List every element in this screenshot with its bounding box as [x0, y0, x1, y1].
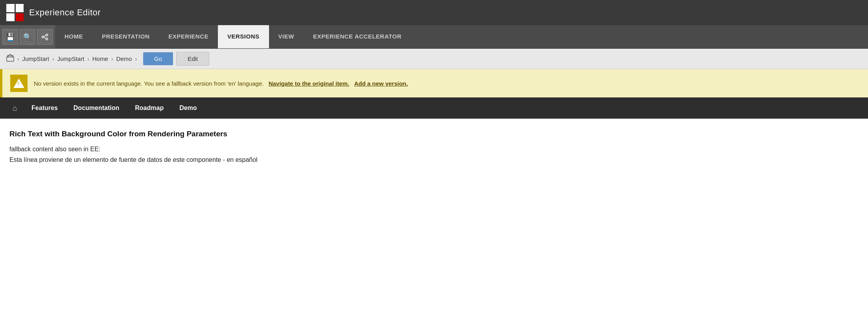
- breadcrumb-jumpstart-2: JumpStart: [57, 55, 84, 62]
- svg-rect-5: [7, 57, 14, 61]
- tab-home[interactable]: HOME: [55, 25, 92, 48]
- warning-icon-wrap: [10, 75, 28, 92]
- logo-cell-4: [16, 13, 24, 22]
- breadcrumb-home: Home: [92, 55, 108, 62]
- svg-point-0: [46, 34, 48, 36]
- site-nav: ⌂ Features Documentation Roadmap Demo: [0, 97, 868, 119]
- tab-experience-accelerator[interactable]: EXPERIENCE ACCELERATOR: [304, 25, 411, 48]
- content-area: Rich Text with Background Color from Ren…: [0, 119, 868, 176]
- add-new-version-link[interactable]: Add a new version.: [354, 80, 408, 87]
- breadcrumb-jumpstart-1: JumpStart: [22, 55, 49, 62]
- warning-text-main: No version exists in the current languag…: [34, 80, 264, 87]
- edit-button[interactable]: Edit: [176, 52, 209, 66]
- warning-message: No version exists in the current languag…: [34, 80, 408, 87]
- breadcrumb-sep-3: ›: [87, 56, 89, 62]
- share-button[interactable]: [37, 29, 53, 45]
- site-nav-roadmap[interactable]: Roadmap: [127, 97, 171, 119]
- save-button[interactable]: 💾: [2, 29, 18, 45]
- svg-point-1: [46, 38, 48, 40]
- breadcrumb-sep-5: ›: [135, 56, 137, 62]
- content-line1: fallback content also seen in EE:: [9, 144, 859, 154]
- breadcrumb-sep-1: ›: [17, 56, 19, 62]
- tab-presentation[interactable]: PRESENTATION: [92, 25, 159, 48]
- search-button[interactable]: 🔍: [20, 29, 35, 45]
- svg-point-2: [42, 36, 44, 38]
- breadcrumb-demo: Demo: [116, 55, 132, 62]
- app-title: Experience Editor: [29, 7, 101, 18]
- site-nav-documentation[interactable]: Documentation: [66, 97, 127, 119]
- tab-experience[interactable]: EXPERIENCE: [159, 25, 218, 48]
- ribbon: 💾 🔍 HOME PRESENTATION EXPERIENCE VERSION…: [0, 25, 868, 49]
- ribbon-nav: HOME PRESENTATION EXPERIENCE VERSIONS VI…: [55, 25, 411, 48]
- breadcrumb-sep-2: ›: [52, 56, 54, 62]
- app-logo: [6, 4, 24, 21]
- content-line2: Esta línea proviene de un elemento de fu…: [9, 154, 859, 165]
- go-button[interactable]: Go: [143, 52, 173, 65]
- logo-cell-3: [6, 13, 15, 22]
- logo-cell-2: [16, 4, 24, 12]
- warning-banner: No version exists in the current languag…: [0, 69, 868, 97]
- content-body: fallback content also seen in EE: Esta l…: [9, 144, 859, 165]
- tab-view[interactable]: VIEW: [269, 25, 304, 48]
- breadcrumb-bar: › JumpStart › JumpStart › Home › Demo › …: [0, 49, 868, 69]
- navigate-original-link[interactable]: Navigate to the original item.: [269, 80, 349, 87]
- warning-triangle-icon: [13, 79, 24, 88]
- ribbon-tools: 💾 🔍: [0, 25, 55, 48]
- tab-versions[interactable]: VERSIONS: [218, 25, 269, 48]
- breadcrumb-home-icon: [6, 54, 14, 64]
- logo-cell-1: [6, 4, 15, 12]
- top-header: Experience Editor: [0, 0, 868, 25]
- site-nav-demo[interactable]: Demo: [171, 97, 205, 119]
- content-heading: Rich Text with Background Color from Ren…: [9, 130, 859, 138]
- site-nav-features[interactable]: Features: [24, 97, 66, 119]
- breadcrumb-sep-4: ›: [111, 56, 113, 62]
- svg-line-4: [44, 37, 46, 38]
- site-nav-home-icon[interactable]: ⌂: [6, 104, 24, 113]
- svg-line-3: [44, 35, 46, 37]
